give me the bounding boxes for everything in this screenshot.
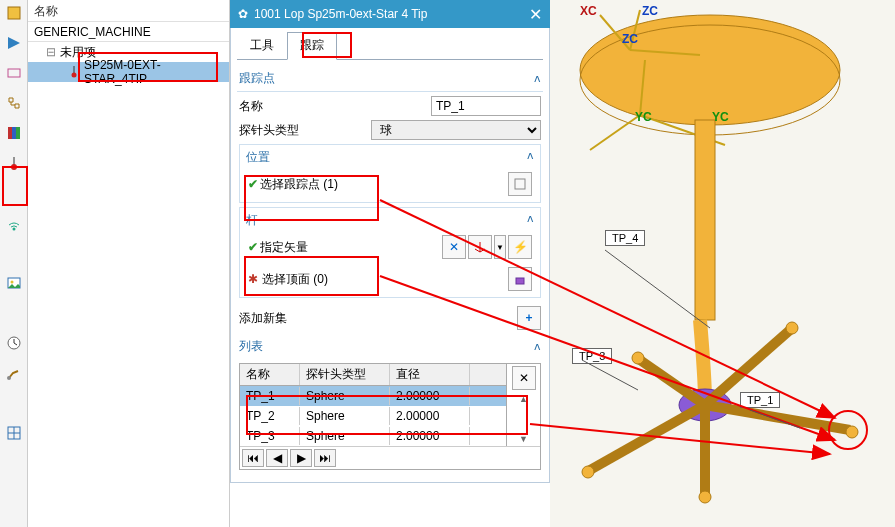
vector-drop-button[interactable]: ▼ (494, 235, 506, 259)
svg-point-26 (786, 322, 798, 334)
chevron-up-icon: ʌ (534, 340, 541, 353)
scroll-down-icon[interactable]: ▼ (519, 434, 528, 444)
find-icon: ✿ (238, 7, 248, 21)
delete-row-button[interactable]: ✕ (512, 366, 536, 390)
svg-point-28 (699, 491, 711, 503)
table-row[interactable]: TP_3 Sphere 2.00000 (240, 426, 506, 446)
tab-track[interactable]: 跟踪 (287, 32, 337, 60)
svg-point-25 (846, 426, 858, 438)
section-track-point[interactable]: 跟踪点 ʌ (237, 66, 543, 92)
callout-tp4[interactable]: TP_4 (605, 230, 645, 246)
callout-tp3[interactable]: TP_3 (572, 348, 612, 364)
probe-dialog: ✿ 1001 Lop Sp25m-0ext-Star 4 Tip ✕ 工具 跟踪… (230, 0, 550, 483)
vertex-picker-button[interactable] (508, 267, 532, 291)
toolbar-icon-arm[interactable] (5, 364, 23, 382)
svg-rect-0 (8, 7, 20, 19)
svg-rect-3 (8, 127, 12, 139)
toolbar-icon-3[interactable] (5, 64, 23, 82)
toolbar-icon-image[interactable] (5, 274, 23, 292)
svg-marker-1 (8, 37, 20, 49)
toolbar-icon-probe[interactable] (5, 154, 23, 172)
nav-prev-button[interactable]: ◀ (266, 449, 288, 467)
svg-rect-5 (16, 127, 20, 139)
probe-type-label: 探针头类型 (239, 122, 299, 139)
add-set-button[interactable]: + (517, 306, 541, 330)
svg-rect-18 (515, 179, 525, 189)
table-nav: ⏮ ◀ ▶ ⏭ (240, 446, 540, 469)
add-set-label: 添加新集 (239, 310, 287, 327)
vector-swap-button[interactable]: ✕ (442, 235, 466, 259)
close-icon[interactable]: ✕ (529, 5, 542, 24)
axis-zc2-label: ZC (622, 32, 638, 46)
chevron-up-icon: ʌ (527, 149, 534, 166)
track-point-table: 名称 探针头类型 直径 TP_1 Sphere 2.00000 TP_2 Sph… (239, 363, 541, 470)
svg-point-20 (580, 15, 840, 125)
svg-point-8 (12, 228, 15, 231)
nav-next-button[interactable]: ▶ (290, 449, 312, 467)
section-list[interactable]: 列表 ʌ (237, 334, 543, 359)
asterisk-icon: ✱ (248, 272, 258, 286)
group-position: 位置ʌ ✔选择跟踪点 (1) (239, 144, 541, 203)
svg-point-24 (582, 466, 594, 478)
vector-axes-button[interactable] (468, 235, 492, 259)
svg-point-10 (10, 281, 13, 284)
row-select-track-point[interactable]: ✔选择跟踪点 (1) (242, 168, 538, 200)
chevron-up-icon: ʌ (527, 212, 534, 229)
check-icon: ✔ (248, 240, 258, 254)
dialog-tabs: 工具 跟踪 (237, 32, 543, 60)
callout-tp1[interactable]: TP_1 (740, 392, 780, 408)
toolbar-icon-hierarchy[interactable] (5, 94, 23, 112)
svg-rect-2 (8, 69, 20, 77)
chevron-up-icon: ʌ (534, 72, 541, 85)
svg-rect-4 (12, 127, 16, 139)
tree-item-label: SP25M-0EXT-STAR_4TIP (84, 58, 223, 86)
svg-point-12 (7, 376, 11, 380)
svg-rect-19 (516, 278, 524, 284)
toolbar-icon-layout[interactable] (5, 424, 23, 442)
col-dia[interactable]: 直径 (390, 364, 470, 385)
probe-model (550, 0, 895, 527)
viewport-3d[interactable]: XC ZC ZC YC YC TP_4 TP_3 TP_1 (550, 0, 895, 527)
tree-header-name: 名称 (28, 0, 229, 22)
toolbar-icon-clock[interactable] (5, 334, 23, 352)
toolbar-icon-1[interactable] (5, 4, 23, 22)
toolbar-icon-books[interactable] (5, 124, 23, 142)
scroll-up-icon[interactable]: ▲ (519, 394, 528, 404)
dialog-titlebar[interactable]: ✿ 1001 Lop Sp25m-0ext-Star 4 Tip ✕ (230, 0, 550, 28)
axis-yc2-label: YC (712, 110, 729, 124)
tree-panel: 名称 GENERIC_MACHINE ⊟ 未用项 SP25M-0EXT-STAR… (28, 0, 230, 527)
toolbar-icon-wifi[interactable] (5, 214, 23, 232)
table-header: 名称 探针头类型 直径 (240, 364, 506, 386)
svg-point-27 (632, 352, 644, 364)
check-icon: ✔ (248, 177, 258, 191)
col-name[interactable]: 名称 (240, 364, 300, 385)
table-row[interactable]: TP_2 Sphere 2.00000 (240, 406, 506, 426)
axis-xc-label: XC (580, 4, 597, 18)
name-label: 名称 (239, 98, 263, 115)
left-toolbar (0, 0, 28, 527)
group-rod: 杆ʌ ✔指定矢量 ✕ ▼ ⚡ ✱选择顶面 (0) (239, 207, 541, 298)
nav-first-button[interactable]: ⏮ (242, 449, 264, 467)
vector-flash-button[interactable]: ⚡ (508, 235, 532, 259)
dialog-title: 1001 Lop Sp25m-0ext-Star 4 Tip (254, 7, 427, 21)
svg-point-7 (11, 164, 17, 170)
name-input[interactable] (431, 96, 541, 116)
point-picker-button[interactable] (508, 172, 532, 196)
svg-point-17 (72, 73, 77, 78)
row-specify-vector[interactable]: ✔指定矢量 ✕ ▼ ⚡ (242, 231, 538, 263)
probe-type-select[interactable]: 球 (371, 120, 541, 140)
nav-last-button[interactable]: ⏭ (314, 449, 336, 467)
axis-zc-label: ZC (642, 4, 658, 18)
table-row[interactable]: TP_1 Sphere 2.00000 (240, 386, 506, 406)
tab-tool[interactable]: 工具 (237, 32, 287, 59)
tree-row-probe[interactable]: SP25M-0EXT-STAR_4TIP (28, 62, 229, 82)
row-select-vertex[interactable]: ✱选择顶面 (0) (242, 263, 538, 295)
col-type[interactable]: 探针头类型 (300, 364, 390, 385)
svg-rect-22 (695, 120, 715, 320)
tree-row-machine[interactable]: GENERIC_MACHINE (28, 22, 229, 42)
toolbar-icon-2[interactable] (5, 34, 23, 52)
axis-yc-label: YC (635, 110, 652, 124)
